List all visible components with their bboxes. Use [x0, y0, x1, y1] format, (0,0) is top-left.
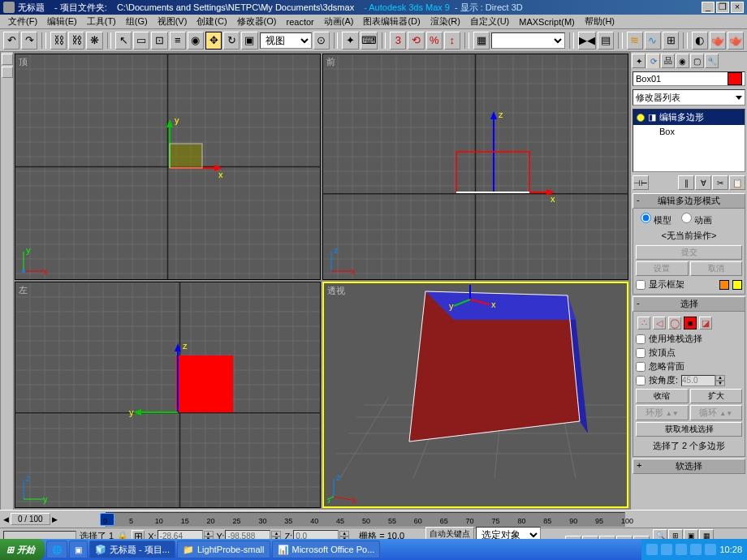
taskbar-quick-1[interactable]: 🌐 — [46, 541, 67, 558]
subobj-vertex[interactable]: ∴ — [637, 317, 650, 330]
mirror-button[interactable]: ▶◀ — [578, 32, 596, 50]
menu-tools[interactable]: 工具(T) — [82, 15, 121, 28]
by-vertex-checkbox[interactable] — [636, 348, 646, 358]
tray-icon-1[interactable] — [646, 544, 658, 555]
menu-animation[interactable]: 动画(A) — [319, 15, 359, 28]
menu-customize[interactable]: 自定义(U) — [465, 15, 514, 28]
named-selection-edit-button[interactable]: ▦ — [473, 32, 490, 50]
subobj-polygon[interactable]: ■ — [684, 317, 697, 330]
minimize-button[interactable]: _ — [702, 2, 715, 13]
menu-create[interactable]: 创建(C) — [192, 15, 231, 28]
rollout-soft-selection[interactable]: +软选择 — [633, 459, 745, 474]
radio-animate[interactable]: 动画 — [681, 213, 712, 226]
tab-hierarchy[interactable]: 品 — [661, 54, 675, 68]
clock[interactable]: 10:28 — [719, 545, 742, 554]
maximize-button[interactable]: ❐ — [716, 2, 729, 13]
use-stack-checkbox[interactable] — [636, 334, 646, 344]
unlink-button[interactable]: ⛓̷ — [68, 32, 84, 50]
grow-button[interactable]: 扩大 — [690, 389, 743, 403]
pin-stack-button[interactable]: ⊣⊢ — [633, 175, 649, 190]
tray-icon-4[interactable] — [690, 544, 702, 555]
tray-icon-2[interactable] — [661, 544, 672, 555]
bulb-icon[interactable] — [637, 114, 645, 122]
settings-button[interactable]: 设置 — [636, 261, 689, 276]
tray-icon-3[interactable] — [676, 544, 687, 555]
tab-modify[interactable]: ⟳ — [646, 54, 660, 68]
named-selection-dropdown[interactable] — [491, 32, 565, 49]
tray-icon-5[interactable] — [705, 544, 716, 555]
schematic-view-button[interactable]: ⊞ — [663, 32, 679, 50]
render-scene-button[interactable]: 🫖 — [710, 32, 726, 50]
material-editor-button[interactable]: ◐ — [692, 32, 708, 50]
percent-snap-button[interactable]: % — [426, 32, 443, 50]
ring-button[interactable]: 环形 ▲▼ — [636, 405, 689, 420]
ref-coord-system[interactable]: 视图 — [260, 32, 312, 49]
reactor-btn-2[interactable] — [2, 67, 13, 78]
angle-snap-button[interactable]: ⟲ — [408, 32, 424, 50]
redo-button[interactable]: ↷ — [21, 32, 37, 50]
reactor-btn-1[interactable] — [2, 54, 13, 65]
menu-help[interactable]: 帮助(H) — [580, 15, 620, 28]
curve-editor-button[interactable]: ∿ — [645, 32, 661, 50]
rollout-selection[interactable]: -选择 — [633, 296, 745, 312]
modifier-stack[interactable]: ◨ 编辑多边形 Box — [633, 109, 745, 172]
by-angle-checkbox[interactable] — [636, 376, 646, 386]
menu-edit[interactable]: 编辑(E) — [42, 15, 82, 28]
cancel-button[interactable]: 取消 — [690, 261, 743, 276]
menu-graph-editors[interactable]: 图表编辑器(D) — [358, 15, 425, 28]
bind-spacewarp-button[interactable]: ❋ — [86, 32, 102, 50]
configure-sets-button[interactable]: 📋 — [729, 175, 745, 190]
menu-reactor[interactable]: reactor — [282, 16, 319, 28]
start-button[interactable]: ⊞ 开始 — [0, 539, 45, 560]
menu-maxscript[interactable]: MAXScript(M) — [514, 16, 579, 28]
tab-create[interactable]: ✦ — [632, 54, 646, 68]
loop-button[interactable]: 循环 ▲▼ — [690, 405, 743, 420]
shrink-button[interactable]: 收缩 — [636, 389, 689, 403]
snap-toggle-button[interactable]: 3 — [390, 32, 406, 50]
time-slider-handle[interactable]: 0 / 100 — [11, 513, 50, 525]
time-ruler[interactable]: 0510152025303540455055606570758085909510… — [106, 512, 625, 527]
select-circular-button[interactable]: ◉ — [188, 32, 204, 50]
menu-file[interactable]: 文件(F) — [3, 15, 42, 28]
rollout-edit-poly-mode[interactable]: -编辑多边形模式 — [633, 193, 745, 209]
object-name-field[interactable]: Box01 — [633, 71, 745, 86]
angle-spinner[interactable]: ▲▼ — [681, 375, 725, 386]
subobj-edge[interactable]: ◁ — [653, 317, 666, 330]
undo-button[interactable]: ↶ — [3, 32, 19, 50]
menu-modifiers[interactable]: 修改器(O) — [232, 15, 282, 28]
menu-rendering[interactable]: 渲染(R) — [425, 15, 465, 28]
close-button[interactable]: × — [731, 2, 744, 13]
time-slider[interactable]: ◀ 0 / 100 ▶ — [0, 513, 106, 525]
select-button[interactable]: ↖ — [115, 32, 132, 50]
object-color-swatch[interactable] — [728, 72, 742, 85]
keyboard-shortcut-button[interactable]: ⌨ — [361, 32, 378, 50]
rotate-button[interactable]: ↻ — [223, 32, 240, 50]
spinner-snap-button[interactable]: ↕ — [444, 32, 460, 50]
commit-button[interactable]: 提交 — [636, 245, 742, 260]
taskbar-item-3dsmax[interactable]: 🧊无标题 - 项目... — [89, 541, 175, 558]
show-cage-checkbox[interactable] — [636, 280, 646, 290]
layers-button[interactable]: ≋ — [627, 32, 643, 50]
taskbar-quick-2[interactable]: ▣ — [69, 541, 88, 558]
select-region-window-button[interactable]: ⊡ — [151, 32, 167, 50]
make-unique-button[interactable]: ∀ — [695, 175, 711, 190]
quick-render-button[interactable]: 🫖 — [728, 32, 744, 50]
modifier-list-dropdown[interactable]: 修改器列表 — [633, 89, 745, 106]
viewport-left[interactable]: 左 z y zy — [15, 282, 321, 508]
modifier-edit-poly[interactable]: ◨ 编辑多边形 — [633, 110, 745, 125]
taskbar-item-lightprobe[interactable]: 📁LightProbe-small — [177, 541, 270, 558]
cage-color-2[interactable] — [732, 280, 742, 290]
menu-group[interactable]: 组(G) — [121, 15, 153, 28]
select-manip-button[interactable]: ✦ — [342, 32, 358, 50]
menu-views[interactable]: 视图(V) — [153, 15, 192, 28]
tab-display[interactable]: ▢ — [690, 54, 704, 68]
select-link-button[interactable]: ⛓ — [50, 32, 67, 50]
viewport-perspective[interactable]: 透视 yx z — [322, 282, 628, 508]
tab-motion[interactable]: ◉ — [676, 54, 689, 68]
align-button[interactable]: ▤ — [598, 32, 614, 50]
get-stack-sel-button[interactable]: 获取堆栈选择 — [636, 422, 742, 437]
remove-modifier-button[interactable]: ✂ — [712, 175, 728, 190]
scale-button[interactable]: ▣ — [241, 32, 257, 50]
subobj-element[interactable]: ◪ — [699, 317, 712, 330]
subobj-border[interactable]: ◯ — [668, 317, 681, 330]
